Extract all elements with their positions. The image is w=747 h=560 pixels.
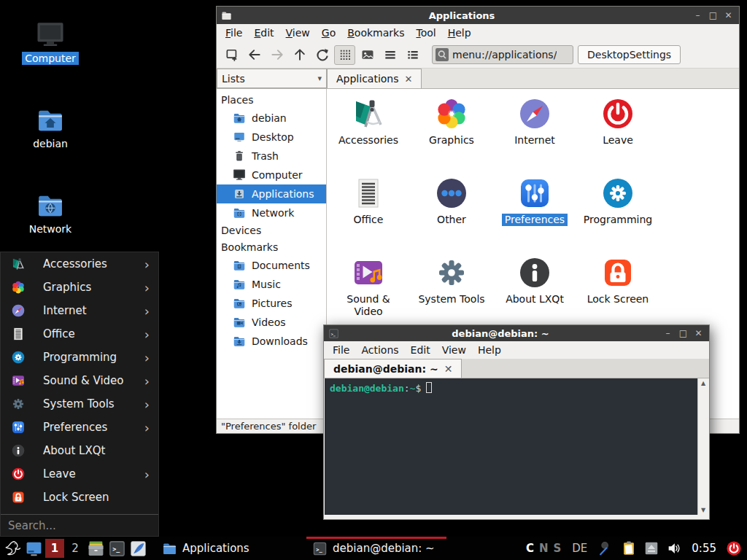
up-button[interactable] <box>289 45 310 65</box>
tab-applications[interactable]: Applications ✕ <box>327 69 422 88</box>
menu-item-leave[interactable]: Leave› <box>1 462 158 486</box>
fm-menu-view[interactable]: View <box>280 25 316 41</box>
menu-search-row[interactable] <box>1 514 158 536</box>
desktop-icon-network[interactable]: Network <box>10 191 90 236</box>
terminal-menu-file[interactable]: File <box>327 342 355 358</box>
terminal-screen[interactable]: debian@debian:~$ <box>325 378 697 515</box>
fm-menu-tool[interactable]: Tool <box>410 25 441 41</box>
grid-item-label: Preferences <box>502 214 568 226</box>
close-button[interactable]: ✕ <box>692 325 705 341</box>
menu-item-internet[interactable]: Internet› <box>1 299 158 322</box>
desktop-icon-computer[interactable]: Computer <box>10 20 90 65</box>
terminal-menu-view[interactable]: View <box>436 342 472 358</box>
menu-item-sound-video[interactable]: Sound & Video› <box>1 369 158 392</box>
graphics-icon <box>434 96 469 131</box>
taskbar-task-debian-debian[interactable]: >_debian@debian: ~ <box>306 537 446 560</box>
places-item-applications[interactable]: Applications <box>217 184 326 203</box>
places-item-music[interactable]: Music <box>217 275 326 294</box>
eject-tray-icon[interactable] <box>643 540 659 556</box>
places-item-debian[interactable]: debian <box>217 109 326 128</box>
places-item-pictures[interactable]: Pictures <box>217 294 326 313</box>
maximize-button[interactable]: □ <box>677 325 689 341</box>
back-icon <box>247 47 262 62</box>
fm-menu-help[interactable]: Help <box>442 25 477 41</box>
grid-item-other[interactable]: Other <box>411 176 492 255</box>
forward-button[interactable] <box>266 45 287 65</box>
fm-menu-file[interactable]: File <box>220 25 248 41</box>
grid-view-button[interactable] <box>334 45 355 65</box>
maximize-button[interactable]: □ <box>707 7 719 23</box>
grid-item-about-lxqt[interactable]: About LXQt <box>495 255 575 335</box>
screenshot-tray-icon[interactable] <box>598 540 614 556</box>
menu-item-system-tools[interactable]: System Tools› <box>1 392 158 416</box>
menu-item-graphics[interactable]: Graphics› <box>1 276 158 299</box>
workspace-1-button[interactable]: 1 <box>45 539 64 558</box>
taskbar-task-applications[interactable]: Applications <box>156 537 305 560</box>
menu-item-office[interactable]: Office› <box>1 322 158 346</box>
clipboard-tray-icon[interactable] <box>621 540 637 556</box>
grid-item-lock-screen[interactable]: Lock Screen <box>578 255 658 335</box>
main-menu-button[interactable] <box>2 537 23 559</box>
workspace-2-button[interactable]: 2 <box>66 539 85 558</box>
grid-item-sound-video[interactable]: Sound & Video <box>328 255 409 335</box>
terminal-titlebar[interactable]: >_ debian@debian: ~ – □ ✕ <box>324 325 709 341</box>
thumbnail-view-button[interactable] <box>357 45 378 65</box>
terminal-menu-actions[interactable]: Actions <box>355 342 404 358</box>
grid-item-office[interactable]: Office <box>328 176 409 255</box>
places-item-downloads[interactable]: Downloads <box>217 332 326 351</box>
places-item-desktop[interactable]: Desktop <box>217 128 326 147</box>
places-item-network[interactable]: Network <box>217 203 326 222</box>
places-item-documents[interactable]: Documents <box>217 256 326 275</box>
chevron-down-icon: ▾ <box>317 74 322 83</box>
fm-titlebar[interactable]: Applications – □ ✕ <box>217 7 739 24</box>
menu-item-programming[interactable]: Programming› <box>1 346 158 369</box>
grid-item-system-tools[interactable]: System Tools <box>411 255 492 335</box>
show-desktop-button[interactable] <box>23 537 44 559</box>
minimize-button[interactable]: – <box>692 7 704 23</box>
menu-item-preferences[interactable]: Preferences› <box>1 416 158 439</box>
detailed-list-button[interactable] <box>379 45 400 65</box>
scroll-down-icon[interactable]: ▼ <box>701 507 705 513</box>
minimize-button[interactable]: – <box>662 325 674 341</box>
places-item-computer[interactable]: Computer <box>217 166 326 184</box>
grid-item-preferences[interactable]: Preferences <box>495 176 575 255</box>
reload-button[interactable] <box>311 45 333 65</box>
terminal-tab[interactable]: debian@debian: ~ ✕ <box>324 359 462 378</box>
terminal-menu-edit[interactable]: Edit <box>405 342 436 358</box>
desktop-settings-button[interactable]: DesktopSettings <box>578 45 681 64</box>
tab-close-icon[interactable]: ✕ <box>405 74 413 85</box>
desktop-icon-debian[interactable]: debian <box>10 106 90 150</box>
terminal-scrollbar[interactable]: ▲ ▼ <box>697 378 708 515</box>
places-item-trash[interactable]: Trash <box>217 147 326 166</box>
address-bar[interactable]: menu://applications/ <box>432 45 573 64</box>
fm-menu-edit[interactable]: Edit <box>248 25 279 41</box>
launcher-pcmanfm[interactable] <box>85 537 107 559</box>
fm-menu-go[interactable]: Go <box>316 25 341 41</box>
terminal-window-title: debian@debian: ~ <box>339 328 662 339</box>
menu-item-lock-screen[interactable]: Lock Screen <box>1 486 158 509</box>
leave-button[interactable] <box>726 540 742 556</box>
grid-item-leave[interactable]: Leave <box>578 96 658 176</box>
close-button[interactable]: ✕ <box>722 7 735 23</box>
grid-item-accessories[interactable]: Accessories <box>328 96 409 176</box>
launcher-featherpad[interactable] <box>128 537 149 559</box>
menu-item-accessories[interactable]: Accessories› <box>1 252 158 276</box>
clock[interactable]: 0:55 <box>692 542 716 555</box>
back-button[interactable] <box>244 45 265 65</box>
fm-menu-bookmarks[interactable]: Bookmarks <box>341 25 410 41</box>
places-item-videos[interactable]: Videos <box>217 313 326 332</box>
tab-close-icon[interactable]: ✕ <box>444 363 453 375</box>
grid-item-internet[interactable]: Internet <box>495 96 575 176</box>
keyboard-layout-indicator[interactable]: DE <box>572 542 587 555</box>
menu-item-about-lxqt[interactable]: About LXQt <box>1 439 158 462</box>
launcher-qterminal[interactable]: >_ <box>107 537 128 559</box>
terminal-menu-help[interactable]: Help <box>472 342 507 358</box>
compact-view-button[interactable] <box>402 45 423 65</box>
grid-item-programming[interactable]: Programming <box>578 176 658 255</box>
scroll-up-icon[interactable]: ▲ <box>701 380 705 386</box>
menu-search-input[interactable] <box>8 519 151 532</box>
grid-item-graphics[interactable]: Graphics <box>411 96 492 176</box>
new-tab-button[interactable] <box>221 45 242 65</box>
volume-tray-icon[interactable] <box>666 540 682 556</box>
side-pane-selector[interactable]: Lists ▾ <box>217 69 327 88</box>
